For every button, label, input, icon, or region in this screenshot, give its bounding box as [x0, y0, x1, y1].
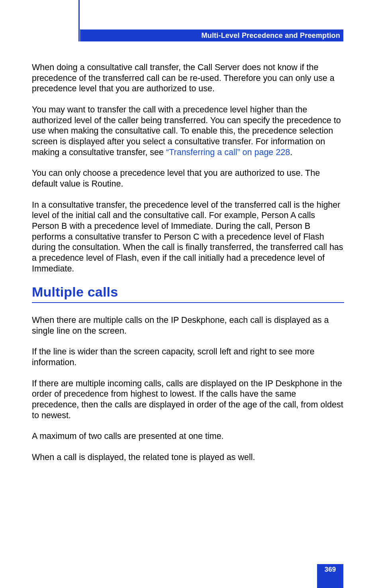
paragraph: When doing a consultative call transfer,… [32, 62, 344, 94]
cross-reference-link[interactable]: “Transferring a call” on page 228 [166, 147, 290, 157]
page-number: 369 [317, 564, 343, 575]
section-heading-rule [32, 302, 344, 303]
paragraph: If there are multiple incoming calls, ca… [32, 378, 344, 421]
content-area: When doing a consultative call transfer,… [32, 62, 344, 463]
paragraph: You can only choose a precedence level t… [32, 168, 344, 189]
paragraph-text: . [290, 147, 292, 157]
paragraph: When there are multiple calls on the IP … [32, 315, 344, 336]
page-number-decoration [317, 575, 343, 588]
page-container: Multi-Level Precedence and Preemption Wh… [0, 0, 380, 588]
paragraph: You may want to transfer the call with a… [32, 104, 344, 157]
section-heading: Multiple calls [32, 284, 344, 300]
paragraph: A maximum of two calls are presented at … [32, 431, 344, 442]
running-header: Multi-Level Precedence and Preemption [202, 31, 341, 40]
paragraph: If the line is wider than the screen cap… [32, 346, 344, 368]
header-vertical-rule [78, 0, 80, 41]
paragraph: In a consultative transfer, the preceden… [32, 200, 344, 274]
paragraph: When a call is displayed, the related to… [32, 452, 344, 463]
